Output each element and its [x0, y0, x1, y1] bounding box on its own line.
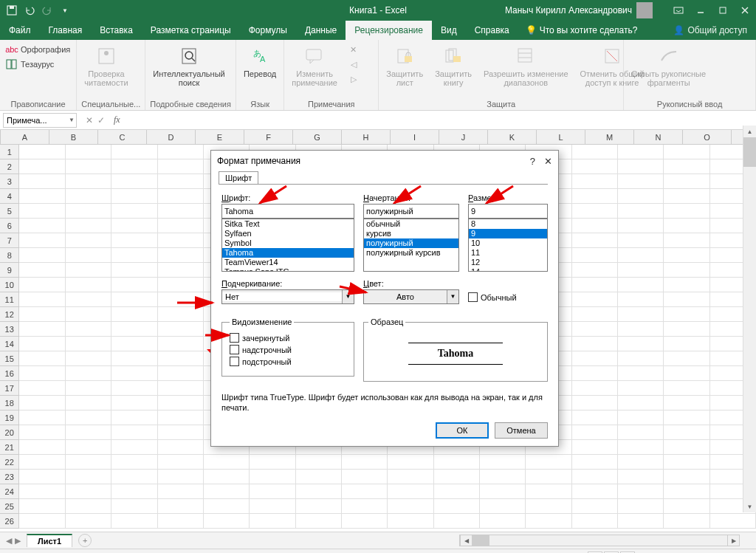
row-header[interactable]: 21: [0, 440, 19, 455]
cell[interactable]: [618, 366, 664, 381]
style-input[interactable]: [363, 204, 459, 219]
col-header[interactable]: H: [342, 130, 391, 144]
maximize-icon[interactable]: [712, 0, 734, 21]
cell[interactable]: [296, 499, 342, 514]
cell[interactable]: [158, 396, 204, 411]
user-name[interactable]: Маныч Кирилл Александрович: [505, 2, 653, 18]
row-header[interactable]: 20: [0, 425, 19, 440]
close-icon[interactable]: ✕: [544, 156, 552, 167]
col-header[interactable]: I: [391, 130, 439, 144]
cell[interactable]: [19, 514, 65, 529]
row-header[interactable]: 24: [0, 484, 19, 499]
cell[interactable]: [66, 219, 111, 233]
cell[interactable]: [111, 189, 157, 204]
cell[interactable]: [618, 396, 664, 411]
cell[interactable]: [158, 484, 204, 499]
spelling-button[interactable]: abcОрфография: [4, 43, 72, 56]
cell[interactable]: [19, 396, 65, 411]
cell[interactable]: [250, 455, 295, 470]
cell[interactable]: [526, 455, 571, 470]
cell[interactable]: [19, 263, 65, 278]
cell[interactable]: [572, 351, 618, 366]
list-option[interactable]: Tahoma: [222, 248, 354, 258]
cell[interactable]: [111, 381, 157, 396]
close-icon[interactable]: [734, 0, 756, 21]
cell[interactable]: [66, 455, 111, 470]
cell[interactable]: [572, 248, 618, 263]
cell[interactable]: [158, 204, 204, 219]
strikethrough-checkbox[interactable]: зачеркнутый: [230, 333, 346, 343]
cell[interactable]: [664, 484, 709, 499]
next-comment-button[interactable]: ▷: [346, 72, 361, 86]
row-header[interactable]: 22: [0, 455, 19, 470]
cell[interactable]: [572, 381, 618, 396]
cell[interactable]: [664, 322, 709, 337]
font-tab[interactable]: Шрифт: [219, 171, 258, 185]
help-icon[interactable]: ?: [530, 156, 535, 167]
list-option[interactable]: Tempus Sans ITC: [222, 267, 354, 272]
enter-formula-icon[interactable]: ✓: [97, 115, 105, 126]
row-header[interactable]: 18: [0, 396, 19, 411]
cell[interactable]: [66, 174, 111, 189]
cell[interactable]: [618, 263, 664, 278]
row-header[interactable]: 5: [0, 204, 19, 219]
cell[interactable]: [526, 499, 571, 514]
tab-разметка страницы[interactable]: Разметка страницы: [142, 21, 240, 40]
tab-главная[interactable]: Главная: [40, 21, 92, 40]
cell[interactable]: [572, 263, 618, 278]
col-header[interactable]: G: [293, 130, 342, 144]
dialog-titlebar[interactable]: Формат примечания ? ✕: [211, 151, 558, 171]
cell[interactable]: [66, 292, 111, 307]
scroll-down-icon[interactable]: ▼: [743, 501, 756, 512]
row-header[interactable]: 11: [0, 292, 19, 307]
cell[interactable]: [204, 470, 250, 484]
cancel-formula-icon[interactable]: ✕: [86, 115, 93, 126]
cell[interactable]: [19, 425, 65, 440]
cell[interactable]: [480, 455, 526, 470]
cell[interactable]: [434, 470, 480, 484]
name-box[interactable]: Примеча...▼: [3, 113, 77, 128]
list-option[interactable]: 11: [469, 248, 547, 258]
cell[interactable]: [158, 337, 204, 351]
cell[interactable]: [388, 470, 433, 484]
cell[interactable]: [526, 514, 571, 529]
cell[interactable]: [158, 411, 204, 425]
cell[interactable]: [618, 470, 664, 484]
cell[interactable]: [342, 514, 388, 529]
cell[interactable]: [158, 455, 204, 470]
cell[interactable]: [664, 174, 709, 189]
cell[interactable]: [204, 455, 250, 470]
cell[interactable]: [158, 514, 204, 529]
cell[interactable]: [66, 484, 111, 499]
cell[interactable]: [618, 292, 664, 307]
cell[interactable]: [572, 425, 618, 440]
cell[interactable]: [664, 233, 709, 248]
cell[interactable]: [19, 351, 65, 366]
cell[interactable]: [388, 455, 433, 470]
cell[interactable]: [111, 292, 157, 307]
col-header[interactable]: N: [634, 130, 683, 144]
sheet-next-icon[interactable]: ▶: [15, 536, 21, 546]
cell[interactable]: [19, 337, 65, 351]
col-header[interactable]: D: [147, 130, 196, 144]
cell[interactable]: [111, 337, 157, 351]
cell[interactable]: [664, 219, 709, 233]
cell[interactable]: [158, 278, 204, 292]
cell[interactable]: [111, 499, 157, 514]
row-header[interactable]: 23: [0, 470, 19, 484]
cell[interactable]: [111, 278, 157, 292]
cell[interactable]: [618, 322, 664, 337]
cell[interactable]: [111, 263, 157, 278]
cell[interactable]: [296, 470, 342, 484]
cell[interactable]: [158, 381, 204, 396]
cell[interactable]: [572, 455, 618, 470]
cell[interactable]: [342, 470, 388, 484]
cell[interactable]: [19, 366, 65, 381]
allow-ranges-button[interactable]: Разрешить изменение диапазонов: [481, 43, 571, 89]
tab-справка[interactable]: Справка: [466, 21, 518, 40]
scroll-thumb[interactable]: [472, 535, 489, 546]
cell[interactable]: [664, 411, 709, 425]
tab-данные[interactable]: Данные: [296, 21, 346, 40]
cell[interactable]: [111, 248, 157, 263]
scroll-left-icon[interactable]: ◀: [460, 535, 472, 546]
